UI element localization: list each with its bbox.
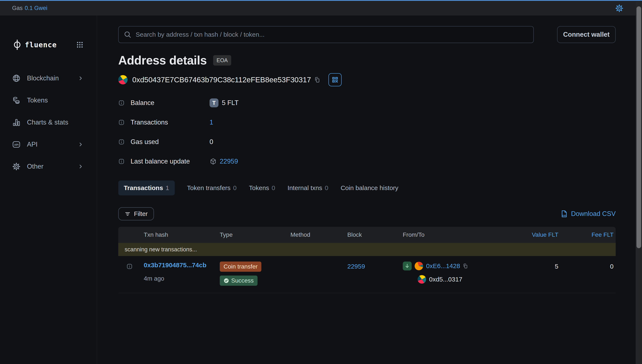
info-icon[interactable] <box>118 158 125 164</box>
filter-button[interactable]: Filter <box>118 207 154 220</box>
tab-transactions[interactable]: Transactions1 <box>118 180 175 195</box>
txn-value: 5 <box>513 262 560 270</box>
from-avatar <box>415 262 423 270</box>
to-avatar <box>418 275 426 284</box>
sidebar-item-label: Charts & stats <box>27 118 68 126</box>
col-from-to: From/To <box>393 232 513 238</box>
brand-name[interactable]: fluence <box>25 40 57 49</box>
col-type: Type <box>214 232 285 238</box>
csv-file-icon: csv <box>560 210 568 218</box>
sidebar-item-label: Tokens <box>27 96 48 104</box>
gear-icon <box>12 162 21 171</box>
detail-label: Last balance update <box>131 158 210 165</box>
search-box[interactable] <box>118 26 534 43</box>
col-block: Block <box>341 232 393 238</box>
filter-icon <box>125 211 131 217</box>
gas-tracker: Gas 0.1 Gwei <box>12 5 47 12</box>
search-icon <box>124 31 131 38</box>
info-icon[interactable] <box>118 119 125 126</box>
address-hash: 0xd50437E7CB67463b79C38c112eFEB8ee53F303… <box>132 76 311 84</box>
info-icon[interactable] <box>118 100 125 106</box>
scanning-banner: scanning new transactions... <box>118 243 616 256</box>
page-title: Address details <box>118 53 207 67</box>
table-header-row: Txn hash Type Method Block From/To Value… <box>118 227 616 243</box>
main-content: Connect wallet Address details EOA 0xd50… <box>97 16 642 364</box>
bar-chart-icon <box>12 118 21 127</box>
connect-wallet-button[interactable]: Connect wallet <box>557 26 616 43</box>
sidebar-item-charts-stats[interactable]: Charts & stats <box>12 116 84 129</box>
copy-address-icon[interactable] <box>314 76 320 83</box>
detail-row-last-balance-update: Last balance update 22959 <box>118 156 616 167</box>
settings-gear-icon[interactable] <box>615 4 623 12</box>
incoming-arrow-icon <box>403 262 412 270</box>
tab-token-transfers[interactable]: Token transfers0 <box>187 184 237 192</box>
col-method: Method <box>285 232 341 238</box>
to-address: 0xd5...0317 <box>429 276 462 283</box>
balance-value: 5 FLT <box>222 99 239 107</box>
address-avatar <box>118 75 128 84</box>
address-type-badge: EOA <box>213 55 231 66</box>
txn-fee: 0 <box>560 262 616 270</box>
sidebar-item-api[interactable]: API API <box>12 138 84 151</box>
tab-coin-balance-history[interactable]: Coin balance history <box>341 184 398 192</box>
table-row: 0x3b71904875...74cb 4m ago Coin transfer <box>118 256 616 293</box>
scrollbar-thumb[interactable] <box>636 6 641 248</box>
sidebar-item-blockchain[interactable]: Blockchain <box>12 72 84 85</box>
tab-tokens[interactable]: Tokens0 <box>249 184 275 192</box>
gas-value: 0.1 Gwei <box>25 5 48 12</box>
detail-label: Balance <box>131 99 210 107</box>
gas-used-value: 0 <box>210 138 213 146</box>
sidebar: fluence Blockchain <box>0 16 97 364</box>
chevron-right-icon <box>78 164 84 170</box>
from-address-link[interactable]: 0xE6...1428 <box>426 262 460 270</box>
info-icon[interactable] <box>118 139 125 145</box>
sidebar-item-label: API <box>27 141 38 148</box>
gas-label: Gas <box>12 5 23 12</box>
search-input[interactable] <box>136 31 528 38</box>
transactions-table: Txn hash Type Method Block From/To Value… <box>118 227 616 293</box>
col-value: Value FLT <box>513 232 560 238</box>
fluence-logo-icon[interactable] <box>12 39 22 50</box>
svg-text:csv: csv <box>562 214 566 216</box>
tab-bar: Transactions1 Token transfers0 Tokens0 I… <box>118 180 616 195</box>
sidebar-item-other[interactable]: Other <box>12 160 84 173</box>
transactions-count-link[interactable]: 1 <box>210 118 213 126</box>
detail-row-balance: Balance T 5 FLT <box>118 97 616 108</box>
coins-icon <box>12 96 21 104</box>
topbar: Gas 0.1 Gwei <box>0 0 642 16</box>
apps-grid-icon[interactable] <box>76 41 84 48</box>
sidebar-item-label: Other <box>27 163 44 170</box>
chevron-right-icon <box>78 75 84 81</box>
txn-age: 4m ago <box>144 275 214 282</box>
txn-info-icon[interactable] <box>126 263 133 270</box>
txn-hash-link[interactable]: 0x3b71904875...74cb <box>144 262 206 268</box>
detail-row-gas-used: Gas used 0 <box>118 136 616 148</box>
txn-type-badge: Coin transfer <box>220 262 261 272</box>
detail-row-transactions: Transactions 1 <box>118 117 616 128</box>
detail-label: Gas used <box>131 138 210 146</box>
chevron-right-icon <box>78 142 84 148</box>
token-icon: T <box>210 98 218 107</box>
qr-code-button[interactable] <box>329 73 342 86</box>
col-txn-hash: Txn hash <box>138 232 214 238</box>
detail-label: Transactions <box>131 118 210 126</box>
sidebar-item-tokens[interactable]: Tokens <box>12 94 84 107</box>
col-fee: Fee FLT <box>560 232 616 238</box>
tab-internal-txns[interactable]: Internal txns0 <box>287 184 328 192</box>
txn-status-badge: Success <box>220 276 257 286</box>
check-circle-icon <box>224 278 229 284</box>
globe-icon <box>12 74 21 82</box>
download-csv-link[interactable]: csv Download CSV <box>560 210 616 218</box>
txn-block-link[interactable]: 22959 <box>347 263 365 270</box>
scrollbar[interactable] <box>636 2 642 364</box>
copy-from-address-icon[interactable] <box>463 263 468 269</box>
api-icon: API <box>12 140 21 149</box>
address-details-list: Balance T 5 FLT Transactions 1 <box>118 97 616 167</box>
sidebar-nav: Blockchain Tokens <box>12 72 84 173</box>
last-balance-update-block-link[interactable]: 22959 <box>220 158 238 165</box>
sidebar-item-label: Blockchain <box>27 74 59 82</box>
block-cube-icon <box>210 158 217 165</box>
svg-text:API: API <box>14 144 19 146</box>
